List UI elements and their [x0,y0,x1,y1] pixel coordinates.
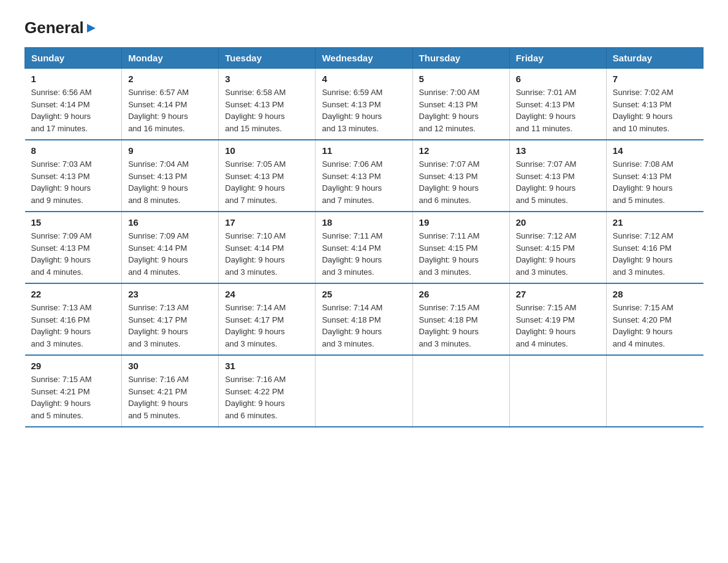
logo-general: General [25,18,84,37]
page-header: General [25,18,703,35]
day-number: 16 [128,217,212,228]
day-info: Sunrise: 6:56 AMSunset: 4:14 PMDaylight:… [31,86,116,134]
calendar-day-cell: 16 Sunrise: 7:09 AMSunset: 4:14 PMDaylig… [122,212,219,283]
calendar-day-cell: 3 Sunrise: 6:58 AMSunset: 4:13 PMDayligh… [219,69,316,140]
day-info: Sunrise: 7:06 AMSunset: 4:13 PMDaylight:… [322,158,406,206]
calendar-week-row: 1 Sunrise: 6:56 AMSunset: 4:14 PMDayligh… [25,69,703,140]
calendar-day-cell: 17 Sunrise: 7:10 AMSunset: 4:14 PMDaylig… [219,212,316,283]
col-sunday: Sunday [25,48,122,69]
calendar-day-cell: 22 Sunrise: 7:13 AMSunset: 4:16 PMDaylig… [25,283,122,355]
day-info: Sunrise: 7:11 AMSunset: 4:14 PMDaylight:… [322,230,406,278]
calendar-day-cell: 14 Sunrise: 7:08 AMSunset: 4:13 PMDaylig… [606,140,703,212]
col-tuesday: Tuesday [219,48,316,69]
calendar-day-cell: 30 Sunrise: 7:16 AMSunset: 4:21 PMDaylig… [122,355,219,427]
col-monday: Monday [122,48,219,69]
calendar-day-cell: 31 Sunrise: 7:16 AMSunset: 4:22 PMDaylig… [219,355,316,427]
day-number: 6 [516,74,600,84]
day-number: 7 [613,74,697,84]
calendar-day-cell: 1 Sunrise: 6:56 AMSunset: 4:14 PMDayligh… [25,69,122,140]
day-info: Sunrise: 7:14 AMSunset: 4:18 PMDaylight:… [322,302,406,350]
day-number: 9 [128,145,212,156]
calendar-day-cell: 20 Sunrise: 7:12 AMSunset: 4:15 PMDaylig… [509,212,606,283]
calendar-day-cell: 26 Sunrise: 7:15 AMSunset: 4:18 PMDaylig… [412,283,509,355]
day-info: Sunrise: 7:16 AMSunset: 4:22 PMDaylight:… [225,373,309,421]
day-number: 13 [516,145,600,156]
day-info: Sunrise: 7:13 AMSunset: 4:16 PMDaylight:… [31,302,116,350]
logo-flag-icon [86,23,97,34]
logo: General [25,18,97,35]
calendar-day-cell: 12 Sunrise: 7:07 AMSunset: 4:13 PMDaylig… [412,140,509,212]
col-friday: Friday [509,48,606,69]
day-number: 18 [322,217,406,228]
day-number: 11 [322,145,406,156]
calendar-day-cell: 2 Sunrise: 6:57 AMSunset: 4:14 PMDayligh… [122,69,219,140]
day-number: 27 [516,289,600,299]
day-number: 21 [613,217,697,228]
col-wednesday: Wednesday [316,48,412,69]
calendar-day-cell: 23 Sunrise: 7:13 AMSunset: 4:17 PMDaylig… [122,283,219,355]
day-info: Sunrise: 7:15 AMSunset: 4:21 PMDaylight:… [31,373,116,421]
day-info: Sunrise: 7:07 AMSunset: 4:13 PMDaylight:… [419,158,503,206]
day-number: 15 [31,217,116,228]
calendar-day-cell: 18 Sunrise: 7:11 AMSunset: 4:14 PMDaylig… [316,212,412,283]
day-info: Sunrise: 7:01 AMSunset: 4:13 PMDaylight:… [516,86,600,134]
day-info: Sunrise: 7:04 AMSunset: 4:13 PMDaylight:… [128,158,212,206]
day-info: Sunrise: 7:15 AMSunset: 4:20 PMDaylight:… [613,302,697,350]
calendar-week-row: 22 Sunrise: 7:13 AMSunset: 4:16 PMDaylig… [25,283,703,355]
col-saturday: Saturday [606,48,703,69]
calendar-day-cell: 25 Sunrise: 7:14 AMSunset: 4:18 PMDaylig… [316,283,412,355]
day-number: 29 [31,361,116,371]
day-number: 10 [225,145,309,156]
svg-marker-0 [87,24,96,33]
calendar-day-cell [606,355,703,427]
day-number: 17 [225,217,309,228]
day-info: Sunrise: 7:11 AMSunset: 4:15 PMDaylight:… [419,230,503,278]
day-info: Sunrise: 7:05 AMSunset: 4:13 PMDaylight:… [225,158,309,206]
calendar-day-cell: 11 Sunrise: 7:06 AMSunset: 4:13 PMDaylig… [316,140,412,212]
calendar-day-cell: 19 Sunrise: 7:11 AMSunset: 4:15 PMDaylig… [412,212,509,283]
calendar-table: Sunday Monday Tuesday Wednesday Thursday… [25,47,703,427]
calendar-day-cell: 21 Sunrise: 7:12 AMSunset: 4:16 PMDaylig… [606,212,703,283]
day-info: Sunrise: 7:10 AMSunset: 4:14 PMDaylight:… [225,230,309,278]
day-number: 5 [419,74,503,84]
calendar-day-cell: 24 Sunrise: 7:14 AMSunset: 4:17 PMDaylig… [219,283,316,355]
day-info: Sunrise: 7:12 AMSunset: 4:15 PMDaylight:… [516,230,600,278]
day-info: Sunrise: 7:00 AMSunset: 4:13 PMDaylight:… [419,86,503,134]
day-number: 30 [128,361,212,371]
day-info: Sunrise: 6:57 AMSunset: 4:14 PMDaylight:… [128,86,212,134]
day-number: 25 [322,289,406,299]
calendar-week-row: 8 Sunrise: 7:03 AMSunset: 4:13 PMDayligh… [25,140,703,212]
day-info: Sunrise: 7:12 AMSunset: 4:16 PMDaylight:… [613,230,697,278]
day-info: Sunrise: 7:16 AMSunset: 4:21 PMDaylight:… [128,373,212,421]
calendar-day-cell: 13 Sunrise: 7:07 AMSunset: 4:13 PMDaylig… [509,140,606,212]
day-number: 2 [128,74,212,84]
calendar-day-cell [316,355,412,427]
col-thursday: Thursday [412,48,509,69]
calendar-week-row: 29 Sunrise: 7:15 AMSunset: 4:21 PMDaylig… [25,355,703,427]
calendar-day-cell [412,355,509,427]
day-info: Sunrise: 6:58 AMSunset: 4:13 PMDaylight:… [225,86,309,134]
calendar-header-row: Sunday Monday Tuesday Wednesday Thursday… [25,48,703,69]
day-info: Sunrise: 7:15 AMSunset: 4:18 PMDaylight:… [419,302,503,350]
calendar-day-cell: 10 Sunrise: 7:05 AMSunset: 4:13 PMDaylig… [219,140,316,212]
day-info: Sunrise: 7:13 AMSunset: 4:17 PMDaylight:… [128,302,212,350]
calendar-day-cell: 8 Sunrise: 7:03 AMSunset: 4:13 PMDayligh… [25,140,122,212]
day-info: Sunrise: 7:09 AMSunset: 4:13 PMDaylight:… [31,230,116,278]
day-number: 8 [31,145,116,156]
day-info: Sunrise: 7:09 AMSunset: 4:14 PMDaylight:… [128,230,212,278]
calendar-day-cell: 4 Sunrise: 6:59 AMSunset: 4:13 PMDayligh… [316,69,412,140]
calendar-day-cell: 6 Sunrise: 7:01 AMSunset: 4:13 PMDayligh… [509,69,606,140]
calendar-day-cell: 28 Sunrise: 7:15 AMSunset: 4:20 PMDaylig… [606,283,703,355]
calendar-day-cell: 7 Sunrise: 7:02 AMSunset: 4:13 PMDayligh… [606,69,703,140]
day-number: 3 [225,74,309,84]
day-info: Sunrise: 7:14 AMSunset: 4:17 PMDaylight:… [225,302,309,350]
calendar-day-cell [509,355,606,427]
logo-text: General [25,18,97,37]
day-number: 26 [419,289,503,299]
calendar-day-cell: 27 Sunrise: 7:15 AMSunset: 4:19 PMDaylig… [509,283,606,355]
calendar-week-row: 15 Sunrise: 7:09 AMSunset: 4:13 PMDaylig… [25,212,703,283]
day-number: 14 [613,145,697,156]
day-number: 22 [31,289,116,299]
calendar-day-cell: 15 Sunrise: 7:09 AMSunset: 4:13 PMDaylig… [25,212,122,283]
calendar-day-cell: 5 Sunrise: 7:00 AMSunset: 4:13 PMDayligh… [412,69,509,140]
